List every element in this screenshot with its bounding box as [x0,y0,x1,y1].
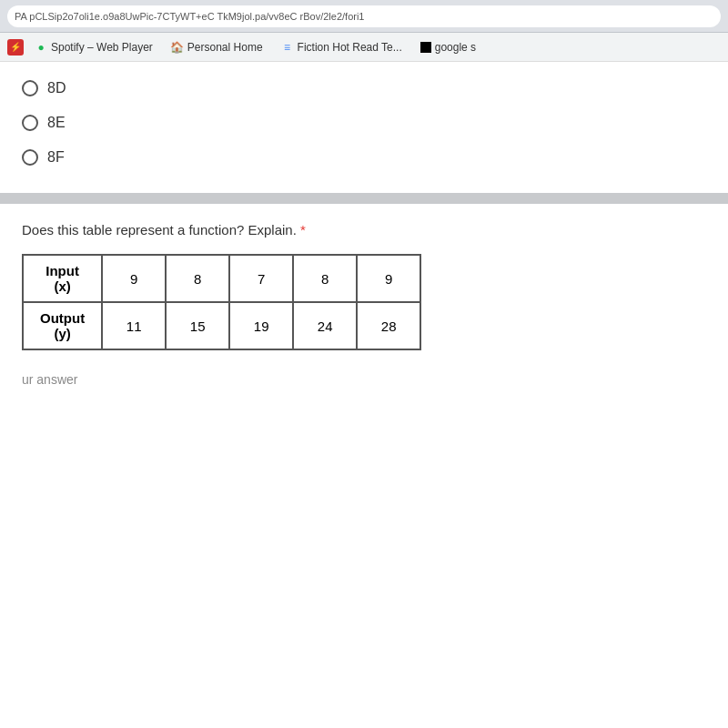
table-cell-output-2: 15 [166,302,229,349]
answer-placeholder: ur answer [22,372,77,387]
option-8d-label: 8D [47,80,66,96]
section-divider [0,193,728,204]
table-cell-input-5: 9 [357,255,420,302]
option-8d[interactable]: 8D [22,80,706,96]
google-icon [420,42,431,53]
table-cell-output-1: 11 [102,302,166,349]
table-cell-output-4: 24 [293,302,357,349]
bookmark-google-label: google s [435,41,476,54]
bookmark-spotify-label: Spotify – Web Player [51,41,153,54]
required-star: * [300,222,306,238]
answer-area: ur answer [22,372,706,387]
radio-8d[interactable] [22,80,38,96]
mc-options: 8D 8E 8F [22,80,706,166]
bookmark-fiction[interactable]: ≡ Fiction Hot Read Te... [274,38,410,56]
function-table: Input(x) 9 8 7 8 9 Output(y) 11 15 19 24… [22,254,421,350]
bookmark-personal-home[interactable]: 🏠 Personal Home [164,38,270,56]
nav-icon: ⚡ [7,39,24,56]
question-label: Does this table represent a function? Ex… [22,222,297,238]
spotify-icon: ● [35,41,47,54]
table-row-input: Input(x) 9 8 7 8 9 [23,255,420,302]
bookmark-personal-home-label: Personal Home [187,41,263,54]
bookmark-google[interactable]: google s [413,38,483,56]
bookmark-fiction-label: Fiction Hot Read Te... [298,41,402,54]
page-content: 8D 8E 8F Does this table represent a fun… [0,62,728,728]
table-cell-input-2: 8 [166,255,229,302]
table-header-input: Input(x) [23,255,102,302]
url-text: PA pCLSip2o7oli1e.o9a8UwPic-7CTyWT+eC Tk… [15,11,364,22]
bookmark-spotify[interactable]: ● Spotify – Web Player [27,38,160,56]
option-8e-label: 8E [47,115,66,131]
option-8e[interactable]: 8E [22,115,706,131]
radio-8f[interactable] [22,149,38,166]
table-cell-output-3: 19 [229,302,293,349]
fiction-icon: ≡ [281,41,294,54]
url-bar[interactable]: PA pCLSip2o7oli1e.o9a8UwPic-7CTyWT+eC Tk… [7,5,721,27]
question-text: Does this table represent a function? Ex… [22,222,706,238]
bookmarks-bar: ⚡ ● Spotify – Web Player 🏠 Personal Home… [0,33,728,62]
table-cell-input-4: 8 [293,255,357,302]
table-cell-input-3: 7 [229,255,293,302]
table-cell-input-1: 9 [102,255,166,302]
table-header-output: Output(y) [23,302,102,349]
radio-8e[interactable] [22,115,38,131]
table-cell-output-5: 28 [357,302,420,349]
table-row-output: Output(y) 11 15 19 24 28 [23,302,420,349]
option-8f-label: 8F [47,149,65,166]
browser-bar: PA pCLSip2o7oli1e.o9a8UwPic-7CTyWT+eC Tk… [0,0,728,33]
option-8f[interactable]: 8F [22,149,706,166]
home-icon: 🏠 [171,41,184,54]
